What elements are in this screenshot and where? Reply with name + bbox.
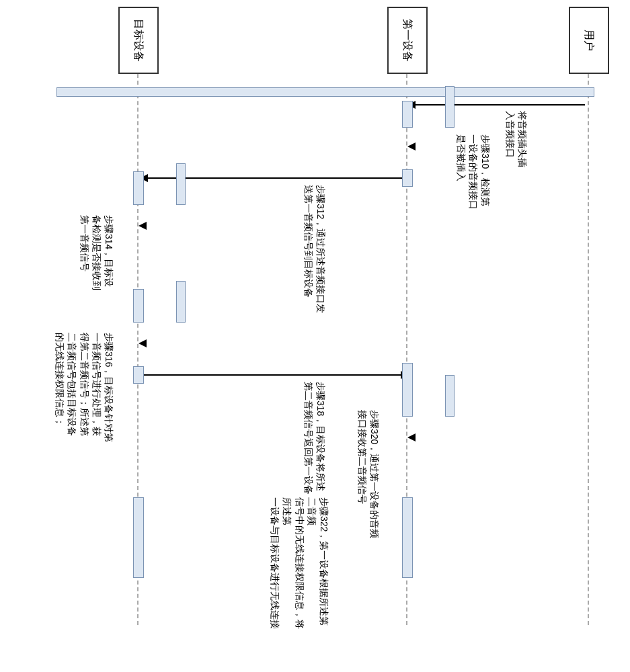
- self-320-side: [445, 375, 455, 417]
- label-step312: 步骤312，通过所述音频接口发 送第一音频信号到目标设备: [303, 185, 327, 313]
- label-step322: 步骤322，第一设备根据所述第二音频 信号中的无线连接权限信息，将所述第 一设备…: [269, 497, 330, 630]
- lifeline-user: [588, 74, 589, 625]
- lane-user: 用户: [569, 7, 609, 74]
- label-step316: 步骤316，目标设备针对第 一音频信号进行处理，获 得第二音频信号；所述第 二音…: [54, 333, 115, 442]
- label-step310: 步骤310，检测第 一设备的音频接口 是否被插入: [455, 134, 491, 210]
- lane-target-label: 目标设备: [132, 19, 146, 62]
- activation-320: [402, 363, 413, 417]
- lane-user-label: 用户: [582, 30, 596, 51]
- arrow-318: [144, 374, 402, 376]
- sequence-diagram: 用户 第一设备 目标设备 将音频插头插 入音频接口 步骤310，检测第 一设备的…: [0, 0, 629, 630]
- self-310-side: [445, 86, 455, 128]
- activation-322-tgt: [133, 497, 144, 578]
- activation-user: [56, 87, 594, 97]
- lane-target: 目标设备: [118, 7, 159, 74]
- activation-312-src: [402, 169, 413, 187]
- arrow-320-head: [407, 433, 416, 442]
- activation-322-d1: [402, 497, 413, 578]
- arrow-316-head: [139, 339, 147, 347]
- arrow-310-head: [407, 142, 416, 151]
- label-step318: 步骤318，目标设备将所述 第二音频信号返回第一设备: [303, 382, 327, 495]
- lane-device1: 第一设备: [387, 7, 428, 74]
- self-314-side: [176, 163, 186, 205]
- lane-device1-label: 第一设备: [401, 19, 415, 62]
- arrow-insert-plug: [411, 104, 585, 106]
- label-insert-plug: 将音频插头插 入音频接口: [504, 111, 528, 167]
- activation-316: [133, 289, 144, 323]
- activation-314: [133, 171, 144, 205]
- activation-318-src: [133, 366, 144, 384]
- label-step314: 步骤314，目标设 备检测是否接收到 第一音频信号: [78, 215, 115, 290]
- label-step320: 步骤320，通过第一设备的音频 接口接收第二音频信号: [356, 410, 381, 538]
- activation-310: [402, 101, 413, 128]
- arrow-314-head: [139, 222, 147, 230]
- self-316-side: [176, 281, 186, 323]
